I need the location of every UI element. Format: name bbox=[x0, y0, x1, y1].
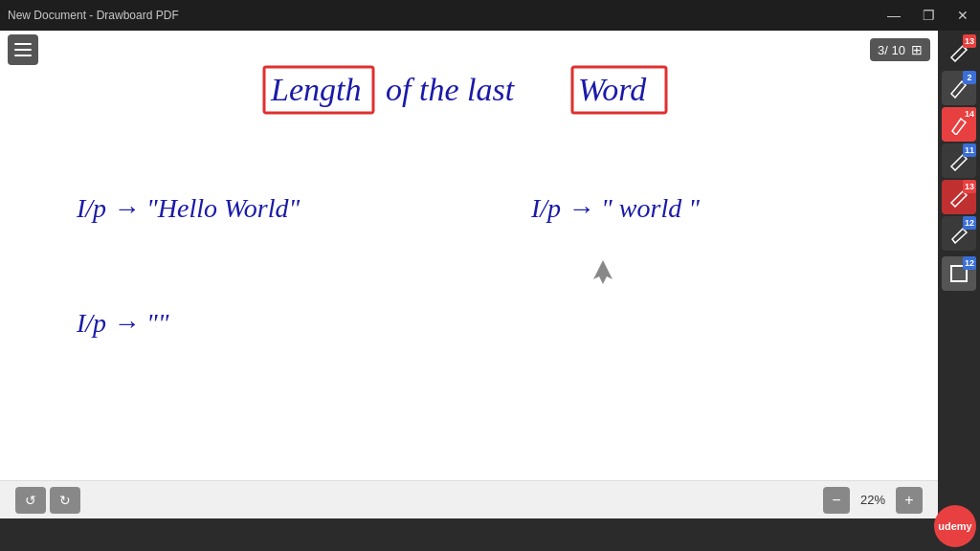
page-current: 3/ 10 bbox=[878, 43, 905, 57]
undo-redo-controls: ↺ ↻ bbox=[15, 487, 80, 514]
tool-shape[interactable]: 12 bbox=[942, 256, 976, 291]
zoom-control: − 22% + bbox=[823, 487, 923, 514]
tool-pen2[interactable]: 14 bbox=[942, 107, 976, 142]
titlebar-left: New Document - Drawboard PDF bbox=[8, 9, 179, 22]
page-counter[interactable]: 3/ 10 ⊞ bbox=[870, 38, 930, 61]
tool-badge: 12 bbox=[963, 256, 976, 270]
titlebar: New Document - Drawboard PDF — ❐ ✕ bbox=[0, 0, 980, 31]
udemy-button[interactable]: udemy bbox=[934, 505, 976, 547]
titlebar-controls: — ❐ ✕ bbox=[884, 8, 972, 23]
tool-badge: 13 bbox=[963, 34, 976, 48]
tool-pen3[interactable]: 11 bbox=[942, 143, 976, 178]
grid-icon[interactable]: ⊞ bbox=[911, 42, 923, 57]
svg-text:Word: Word bbox=[578, 72, 647, 107]
close-button[interactable]: ✕ bbox=[953, 8, 972, 23]
udemy-label: udemy bbox=[938, 520, 971, 532]
tool-badge: 14 bbox=[963, 107, 976, 121]
tool-badge: 12 bbox=[963, 216, 976, 230]
tool-badge: 2 bbox=[963, 71, 976, 84]
tool-pen1[interactable]: 2 bbox=[942, 71, 976, 105]
menu-line bbox=[14, 49, 32, 51]
sidebar: 13 2 14 11 13 12 bbox=[938, 31, 980, 551]
minimize-button[interactable]: — bbox=[884, 8, 903, 23]
tool-badge: 13 bbox=[963, 180, 976, 193]
tool-pencil[interactable]: 13 bbox=[942, 34, 976, 69]
tool-pen4[interactable]: 13 bbox=[942, 180, 976, 214]
svg-text:I/p → "": I/p → "" bbox=[76, 308, 169, 338]
svg-marker-8 bbox=[593, 260, 612, 284]
tool-pen5[interactable]: 12 bbox=[942, 216, 976, 251]
svg-text:I/p → "  world    ": I/p → " world " bbox=[530, 193, 700, 223]
bottom-bar: ↺ ↻ − 22% + bbox=[0, 480, 938, 518]
undo-button[interactable]: ↺ bbox=[15, 487, 46, 514]
app-title: New Document - Drawboard PDF bbox=[8, 9, 179, 22]
zoom-level: 22% bbox=[854, 493, 892, 507]
svg-text:I/p → "Hello World": I/p → "Hello World" bbox=[76, 193, 300, 223]
menu-line bbox=[14, 55, 32, 56]
whiteboard-canvas: Length of the last Word I/p → "Hello Wor… bbox=[0, 31, 938, 518]
svg-text:of the last: of the last bbox=[386, 72, 516, 107]
restore-button[interactable]: ❐ bbox=[919, 8, 938, 23]
zoom-in-button[interactable]: + bbox=[896, 487, 923, 514]
redo-button[interactable]: ↻ bbox=[50, 487, 80, 514]
main-canvas-area: Length of the last Word I/p → "Hello Wor… bbox=[0, 31, 938, 518]
svg-text:Length: Length bbox=[270, 72, 361, 107]
tool-badge: 11 bbox=[963, 143, 976, 157]
menu-button[interactable] bbox=[8, 34, 38, 65]
zoom-out-button[interactable]: − bbox=[823, 487, 850, 514]
menu-line bbox=[14, 43, 32, 45]
handwriting-svg: Length of the last Word I/p → "Hello Wor… bbox=[0, 31, 938, 518]
